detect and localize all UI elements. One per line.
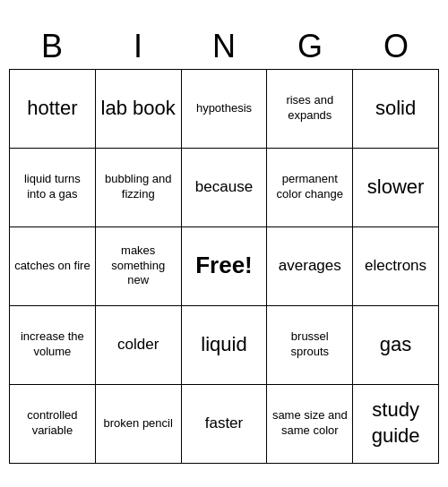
bingo-cell-7: because [182, 149, 268, 227]
header-letter-n: N [181, 24, 267, 69]
bingo-cell-13: averages [267, 227, 353, 306]
bingo-cell-12: Free! [182, 227, 268, 306]
bingo-header: BINGO [9, 24, 439, 69]
bingo-card: BINGO hotterlab bookhypothesisrises and … [9, 24, 439, 464]
bingo-cell-3: rises and expands [267, 70, 353, 149]
bingo-cell-9: slower [353, 149, 439, 227]
bingo-cell-1: lab book [96, 70, 182, 149]
bingo-cell-19: gas [353, 306, 439, 385]
bingo-grid: hotterlab bookhypothesisrises and expand… [9, 69, 439, 464]
bingo-cell-6: bubbling and fizzing [96, 149, 182, 227]
header-letter-g: G [267, 24, 353, 69]
bingo-cell-17: liquid [182, 306, 268, 385]
bingo-cell-4: solid [353, 70, 439, 149]
header-letter-o: O [353, 24, 439, 69]
bingo-cell-20: controlled variable [10, 385, 96, 464]
bingo-cell-2: hypothesis [182, 70, 268, 149]
bingo-cell-14: electrons [353, 227, 439, 306]
header-letter-b: B [9, 24, 95, 69]
bingo-cell-22: faster [182, 385, 268, 464]
bingo-cell-24: study guide [353, 385, 439, 464]
bingo-cell-10: catches on fire [10, 227, 96, 306]
bingo-cell-8: permanent color change [267, 149, 353, 227]
bingo-cell-21: broken pencil [96, 385, 182, 464]
bingo-cell-15: increase the volume [10, 306, 96, 385]
bingo-cell-23: same size and same color [267, 385, 353, 464]
header-letter-i: I [95, 24, 181, 69]
bingo-cell-5: liquid turns into a gas [10, 149, 96, 227]
bingo-cell-0: hotter [10, 70, 96, 149]
bingo-cell-11: makes something new [96, 227, 182, 306]
bingo-cell-18: brussel sprouts [267, 306, 353, 385]
bingo-cell-16: colder [96, 306, 182, 385]
